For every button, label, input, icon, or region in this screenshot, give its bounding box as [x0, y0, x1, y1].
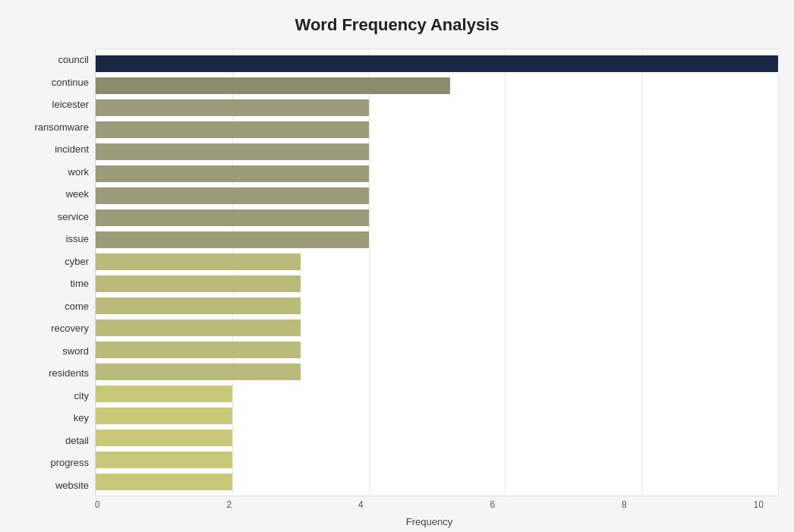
y-label: progress [15, 452, 89, 473]
bar-row [96, 187, 778, 205]
bar-row [96, 253, 778, 271]
bar [96, 77, 450, 94]
y-axis: councilcontinueleicesterransomwareincide… [15, 49, 95, 496]
bar [96, 143, 369, 160]
bars-area [96, 49, 778, 496]
y-label: key [15, 408, 89, 428]
bar-row [96, 77, 778, 95]
bar-row [96, 407, 778, 425]
bar [96, 320, 301, 336]
bar [96, 364, 301, 380]
bar [96, 99, 369, 116]
bar-row [96, 429, 778, 447]
y-label: website [15, 475, 89, 496]
x-tick-label: 10 [754, 499, 764, 510]
y-label: ransomware [15, 117, 89, 137]
bar-row [96, 99, 778, 117]
y-label: week [15, 184, 89, 204]
bar [96, 165, 369, 182]
bar-row [96, 55, 778, 73]
y-label: continue [15, 72, 89, 93]
x-tick-label: 8 [622, 499, 627, 510]
y-label: issue [15, 228, 89, 249]
bar-row [96, 473, 778, 491]
bar [96, 297, 301, 314]
bar-row [96, 363, 778, 381]
y-label: council [15, 49, 89, 70]
y-label: leicester [15, 94, 89, 115]
y-label: city [15, 386, 89, 406]
x-tick-label: 4 [358, 499, 364, 510]
plot-area [95, 49, 779, 496]
x-axis-outer: 0246810 Frequency [95, 499, 779, 527]
chart-title: Word Frequency Analysis [15, 15, 779, 35]
y-label: residents [15, 363, 89, 383]
y-label: cyber [15, 251, 89, 272]
y-label: work [15, 162, 89, 182]
y-label: come [15, 296, 89, 316]
bar [96, 121, 369, 138]
bar [96, 452, 232, 468]
x-tick-label: 2 [227, 499, 232, 510]
grid-line [778, 49, 779, 496]
bar-row [96, 165, 778, 183]
chart-area: councilcontinueleicesterransomwareincide… [15, 49, 779, 496]
bar [96, 430, 232, 446]
bar-row [96, 341, 778, 359]
x-tick-label: 0 [95, 499, 100, 510]
bar-row [96, 209, 778, 227]
bar-row [96, 231, 778, 249]
chart-container: Word Frequency Analysis councilcontinuel… [0, 0, 794, 532]
bar [96, 231, 369, 248]
x-ticks-row: 0246810 [95, 499, 764, 510]
x-tick-label: 6 [490, 499, 496, 510]
y-label: time [15, 273, 89, 294]
bar-row [96, 143, 778, 161]
y-label: incident [15, 139, 89, 159]
bar-row [96, 319, 778, 337]
bar-row [96, 275, 778, 293]
bar [96, 408, 232, 424]
bar-row [96, 451, 778, 469]
bar-row [96, 297, 778, 315]
y-label: sword [15, 341, 89, 361]
bar [96, 474, 232, 490]
bar [96, 55, 778, 72]
bar-row [96, 385, 778, 403]
y-label: detail [15, 430, 89, 451]
bar [96, 187, 369, 204]
y-label: service [15, 206, 89, 227]
bar [96, 386, 232, 402]
x-axis-title: Frequency [95, 516, 764, 527]
bar [96, 253, 301, 270]
bar [96, 342, 301, 358]
y-label: recovery [15, 318, 89, 338]
bar-row [96, 121, 778, 139]
bar [96, 275, 301, 292]
bar [96, 209, 369, 226]
